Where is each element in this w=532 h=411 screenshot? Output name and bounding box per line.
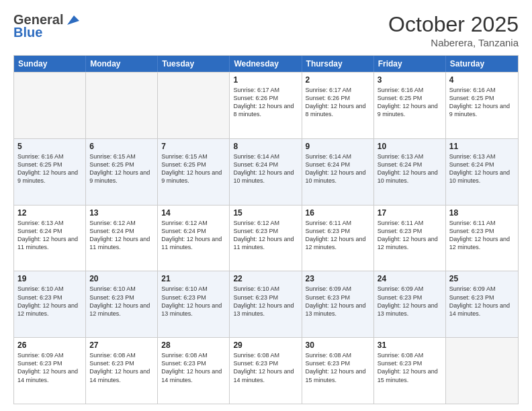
- sunset-text: Sunset: 6:23 PM: [89, 293, 154, 302]
- cell-info: Sunrise: 6:13 AMSunset: 6:24 PMDaylight:…: [17, 219, 82, 252]
- calendar-row: 19Sunrise: 6:10 AMSunset: 6:23 PMDayligh…: [14, 271, 518, 337]
- daylight-text: Daylight: 12 hours and 9 minutes.: [378, 102, 442, 118]
- sunset-text: Sunset: 6:23 PM: [449, 227, 515, 235]
- cell-info: Sunrise: 6:15 AMSunset: 6:25 PMDaylight:…: [89, 152, 154, 185]
- cell-info: Sunrise: 6:15 AMSunset: 6:25 PMDaylight:…: [161, 152, 226, 185]
- cell-info: Sunrise: 6:11 AMSunset: 6:23 PMDaylight:…: [306, 219, 370, 252]
- day-number: 13: [89, 208, 154, 218]
- cell-info: Sunrise: 6:08 AMSunset: 6:23 PMDaylight:…: [161, 351, 226, 384]
- sunrise-text: Sunrise: 6:10 AM: [233, 285, 298, 293]
- daylight-text: Daylight: 12 hours and 14 minutes.: [17, 367, 82, 383]
- sunset-text: Sunset: 6:23 PM: [306, 359, 370, 367]
- cell-info: Sunrise: 6:16 AMSunset: 6:25 PMDaylight:…: [378, 86, 442, 119]
- header-day-sunday: Sunday: [14, 56, 86, 72]
- subtitle: Naberera, Tanzania: [388, 37, 519, 48]
- sunrise-text: Sunrise: 6:16 AM: [449, 86, 515, 94]
- calendar-cell: [86, 73, 158, 138]
- sunset-text: Sunset: 6:23 PM: [378, 227, 442, 235]
- sunset-text: Sunset: 6:24 PM: [233, 161, 298, 169]
- sunrise-text: Sunrise: 6:12 AM: [161, 219, 226, 227]
- cell-info: Sunrise: 6:12 AMSunset: 6:23 PMDaylight:…: [233, 219, 298, 252]
- day-number: 17: [378, 208, 442, 218]
- daylight-text: Daylight: 12 hours and 8 minutes.: [306, 102, 370, 118]
- cell-info: Sunrise: 6:16 AMSunset: 6:25 PMDaylight:…: [449, 86, 515, 119]
- header-day-friday: Friday: [374, 56, 446, 72]
- sunrise-text: Sunrise: 6:15 AM: [89, 152, 154, 161]
- daylight-text: Daylight: 12 hours and 14 minutes.: [89, 367, 154, 383]
- sunset-text: Sunset: 6:25 PM: [17, 161, 82, 169]
- sunset-text: Sunset: 6:23 PM: [161, 293, 226, 302]
- calendar-cell: 5Sunrise: 6:16 AMSunset: 6:25 PMDaylight…: [14, 139, 86, 205]
- cell-info: Sunrise: 6:12 AMSunset: 6:24 PMDaylight:…: [161, 219, 226, 252]
- day-number: 26: [17, 340, 82, 350]
- daylight-text: Daylight: 12 hours and 13 minutes.: [161, 302, 226, 318]
- daylight-text: Daylight: 12 hours and 15 minutes.: [378, 367, 442, 383]
- sunset-text: Sunset: 6:23 PM: [233, 293, 298, 302]
- day-number: 8: [233, 142, 298, 151]
- calendar-cell: 22Sunrise: 6:10 AMSunset: 6:23 PMDayligh…: [230, 271, 302, 337]
- cell-info: Sunrise: 6:09 AMSunset: 6:23 PMDaylight:…: [378, 285, 442, 318]
- cell-info: Sunrise: 6:14 AMSunset: 6:24 PMDaylight:…: [233, 152, 298, 185]
- calendar-cell: 12Sunrise: 6:13 AMSunset: 6:24 PMDayligh…: [14, 205, 86, 271]
- calendar-cell: 2Sunrise: 6:17 AMSunset: 6:26 PMDaylight…: [302, 73, 374, 138]
- sunset-text: Sunset: 6:24 PM: [378, 161, 442, 169]
- sunrise-text: Sunrise: 6:08 AM: [378, 351, 442, 359]
- calendar-cell: 20Sunrise: 6:10 AMSunset: 6:23 PMDayligh…: [86, 271, 158, 337]
- cell-info: Sunrise: 6:10 AMSunset: 6:23 PMDaylight:…: [233, 285, 298, 318]
- day-number: 6: [89, 142, 154, 151]
- calendar-cell: 30Sunrise: 6:08 AMSunset: 6:23 PMDayligh…: [302, 338, 374, 404]
- cell-info: Sunrise: 6:11 AMSunset: 6:23 PMDaylight:…: [378, 219, 442, 252]
- day-number: 11: [449, 142, 515, 151]
- sunrise-text: Sunrise: 6:08 AM: [89, 351, 154, 359]
- sunset-text: Sunset: 6:23 PM: [89, 359, 154, 367]
- sunset-text: Sunset: 6:24 PM: [17, 227, 82, 235]
- calendar-row: 1Sunrise: 6:17 AMSunset: 6:26 PMDaylight…: [14, 72, 518, 138]
- daylight-text: Daylight: 12 hours and 11 minutes.: [161, 235, 226, 251]
- sunset-text: Sunset: 6:23 PM: [233, 227, 298, 235]
- sunset-text: Sunset: 6:25 PM: [449, 94, 515, 102]
- sunrise-text: Sunrise: 6:16 AM: [17, 152, 82, 161]
- calendar-cell: 21Sunrise: 6:10 AMSunset: 6:23 PMDayligh…: [158, 271, 230, 337]
- calendar-cell: 28Sunrise: 6:08 AMSunset: 6:23 PMDayligh…: [158, 338, 230, 404]
- cell-info: Sunrise: 6:09 AMSunset: 6:23 PMDaylight:…: [17, 351, 82, 384]
- sunrise-text: Sunrise: 6:08 AM: [306, 351, 370, 359]
- calendar-cell: 9Sunrise: 6:14 AMSunset: 6:24 PMDaylight…: [302, 139, 374, 205]
- sunrise-text: Sunrise: 6:11 AM: [306, 219, 370, 227]
- sunrise-text: Sunrise: 6:17 AM: [306, 86, 370, 94]
- day-number: 27: [89, 340, 154, 350]
- sunset-text: Sunset: 6:24 PM: [449, 161, 515, 169]
- calendar: SundayMondayTuesdayWednesdayThursdayFrid…: [13, 55, 519, 404]
- calendar-cell: 18Sunrise: 6:11 AMSunset: 6:23 PMDayligh…: [446, 205, 518, 271]
- calendar-cell: 13Sunrise: 6:12 AMSunset: 6:24 PMDayligh…: [86, 205, 158, 271]
- sunset-text: Sunset: 6:25 PM: [89, 161, 154, 169]
- day-number: 5: [17, 142, 82, 151]
- daylight-text: Daylight: 12 hours and 12 minutes.: [378, 235, 442, 251]
- calendar-cell: 26Sunrise: 6:09 AMSunset: 6:23 PMDayligh…: [14, 338, 86, 404]
- sunrise-text: Sunrise: 6:10 AM: [89, 285, 154, 293]
- day-number: 29: [233, 340, 298, 350]
- cell-info: Sunrise: 6:14 AMSunset: 6:24 PMDaylight:…: [306, 152, 370, 185]
- day-number: 10: [378, 142, 442, 151]
- sunset-text: Sunset: 6:24 PM: [161, 227, 226, 235]
- sunrise-text: Sunrise: 6:12 AM: [89, 219, 154, 227]
- calendar-cell: 15Sunrise: 6:12 AMSunset: 6:23 PMDayligh…: [230, 205, 302, 271]
- calendar-cell: 14Sunrise: 6:12 AMSunset: 6:24 PMDayligh…: [158, 205, 230, 271]
- logo: General Blue: [13, 12, 79, 40]
- calendar-cell: [158, 73, 230, 138]
- day-number: 2: [306, 75, 370, 85]
- daylight-text: Daylight: 12 hours and 8 minutes.: [233, 102, 298, 118]
- cell-info: Sunrise: 6:17 AMSunset: 6:26 PMDaylight:…: [233, 86, 298, 119]
- sunrise-text: Sunrise: 6:11 AM: [449, 219, 515, 227]
- daylight-text: Daylight: 12 hours and 12 minutes.: [89, 302, 154, 318]
- sunset-text: Sunset: 6:24 PM: [306, 161, 370, 169]
- sunrise-text: Sunrise: 6:16 AM: [378, 86, 442, 94]
- sunset-text: Sunset: 6:23 PM: [449, 293, 515, 302]
- cell-info: Sunrise: 6:08 AMSunset: 6:23 PMDaylight:…: [306, 351, 370, 384]
- cell-info: Sunrise: 6:09 AMSunset: 6:23 PMDaylight:…: [306, 285, 370, 318]
- sunset-text: Sunset: 6:23 PM: [306, 293, 370, 302]
- header: General Blue October 2025 Naberera, Tanz…: [13, 12, 519, 48]
- calendar-cell: 4Sunrise: 6:16 AMSunset: 6:25 PMDaylight…: [446, 73, 518, 138]
- header-day-monday: Monday: [86, 56, 158, 72]
- sunset-text: Sunset: 6:23 PM: [306, 227, 370, 235]
- daylight-text: Daylight: 12 hours and 13 minutes.: [378, 302, 442, 318]
